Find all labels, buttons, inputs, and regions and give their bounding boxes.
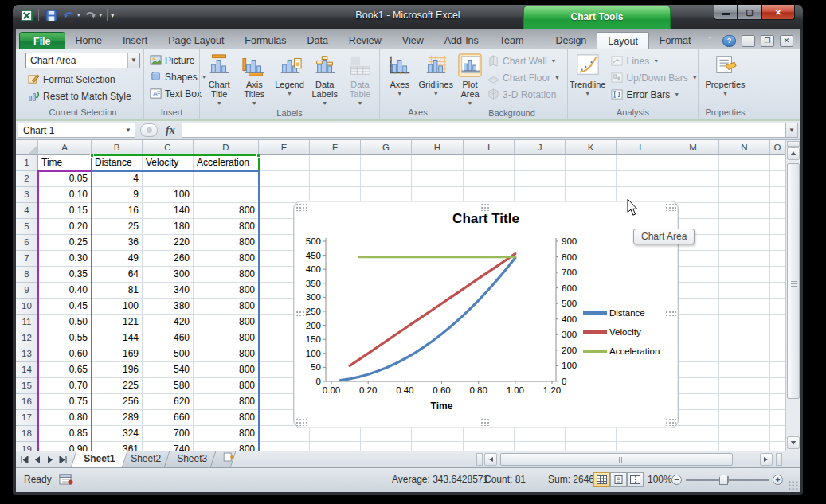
cell[interactable] [617, 171, 667, 187]
cell[interactable] [259, 442, 310, 451]
row-header-19[interactable]: 19 [16, 442, 38, 451]
cell[interactable] [770, 410, 785, 426]
cell[interactable] [770, 378, 785, 394]
column-header-K[interactable]: K [566, 140, 617, 155]
column-header-O[interactable]: O [770, 140, 785, 155]
cell[interactable] [770, 155, 785, 171]
cell[interactable] [259, 155, 310, 171]
cell[interactable] [770, 267, 785, 283]
workbook-close-icon[interactable]: ✕ [780, 35, 793, 47]
cell[interactable] [770, 330, 785, 346]
cell[interactable]: 800 [194, 283, 259, 299]
sheet-tab-sheet1[interactable]: Sheet1 [71, 451, 128, 467]
cell[interactable]: 121 [92, 315, 143, 330]
cell[interactable] [770, 426, 785, 442]
cell[interactable] [515, 155, 566, 171]
cell[interactable] [310, 171, 361, 187]
column-header-E[interactable]: E [259, 140, 310, 155]
cell[interactable]: 800 [194, 235, 259, 251]
cell[interactable] [719, 283, 770, 299]
cell[interactable] [566, 442, 617, 451]
cell[interactable]: 0.15 [38, 203, 92, 219]
chart-object[interactable]: Chart Title 0501001502002503003504004505… [293, 201, 679, 428]
chart-x-axis-title[interactable]: Time [331, 400, 552, 412]
row-header-14[interactable]: 14 [16, 362, 38, 378]
cell[interactable] [361, 155, 412, 171]
cell[interactable] [361, 171, 412, 187]
cell[interactable] [667, 155, 719, 171]
close-button[interactable]: ✕ [761, 5, 795, 20]
cell[interactable]: 0.30 [38, 251, 92, 267]
column-header-B[interactable]: B [92, 140, 143, 155]
row-header-9[interactable]: 9 [16, 283, 38, 299]
reset-to-match-style-button[interactable]: Reset to Match Style [25, 88, 140, 104]
cell[interactable] [515, 442, 566, 451]
cell[interactable]: 196 [92, 362, 143, 378]
cell[interactable]: 260 [143, 251, 194, 267]
cell[interactable]: 140 [143, 203, 194, 219]
cell[interactable] [719, 362, 770, 378]
cell[interactable] [412, 442, 464, 451]
first-sheet-icon[interactable] [19, 454, 30, 465]
scroll-up-icon[interactable] [787, 147, 800, 160]
cell[interactable]: 620 [143, 394, 194, 410]
cell[interactable] [719, 267, 770, 283]
tab-file[interactable]: File [19, 32, 65, 49]
name-box[interactable]: Chart 1 ▼ [18, 123, 135, 138]
row-header-8[interactable]: 8 [16, 267, 38, 283]
zoom-slider[interactable]: − + [671, 473, 783, 487]
row-header-11[interactable]: 11 [16, 315, 38, 330]
tab-home[interactable]: Home [65, 32, 112, 49]
cell[interactable] [617, 442, 667, 451]
zoom-in-icon[interactable]: + [773, 475, 783, 485]
cell[interactable] [310, 155, 361, 171]
cell[interactable] [770, 203, 785, 219]
cell[interactable]: 0.25 [38, 235, 92, 251]
cell[interactable]: 800 [194, 203, 259, 219]
scroll-right-icon[interactable] [760, 453, 773, 466]
cell[interactable] [566, 171, 617, 187]
cell[interactable]: 800 [194, 426, 259, 442]
cell[interactable] [143, 171, 194, 187]
row-header-18[interactable]: 18 [16, 426, 38, 442]
cell[interactable] [310, 442, 361, 451]
cell[interactable]: 0.55 [38, 330, 92, 346]
cell[interactable] [770, 187, 785, 203]
cell[interactable]: 800 [194, 219, 259, 235]
tab-page-layout[interactable]: Page Layout [158, 32, 234, 49]
cell[interactable]: 0.75 [38, 394, 92, 410]
macro-record-icon[interactable] [59, 474, 73, 485]
cell[interactable]: 800 [194, 394, 259, 410]
normal-view-icon[interactable] [593, 472, 610, 487]
cell[interactable]: 0.35 [38, 267, 92, 283]
text-box-button[interactable]: AText Box [147, 86, 196, 101]
cell[interactable]: 0.70 [38, 378, 92, 394]
cell[interactable]: 0.80 [38, 410, 92, 426]
vertical-scroll-thumb[interactable] [787, 163, 800, 399]
cell[interactable]: 36 [92, 235, 143, 251]
select-all-corner[interactable] [16, 140, 38, 155]
page-break-view-icon[interactable] [627, 472, 644, 487]
legend-item-acceleration[interactable]: Acceleration [583, 342, 660, 361]
maximize-button[interactable]: ▢ [738, 5, 761, 20]
column-header-I[interactable]: I [464, 140, 515, 155]
cell[interactable] [464, 155, 515, 171]
cell[interactable] [770, 394, 785, 410]
chart-elements-selector[interactable]: Chart Area ▼ [25, 53, 140, 68]
workbook-restore-icon[interactable]: ❐ [761, 35, 774, 47]
cell[interactable]: 64 [92, 267, 143, 283]
title-bar[interactable]: ▾ ▾ ▾ Book1 - Microsoft Excel Chart Tool… [13, 5, 803, 29]
chart-legend[interactable]: DistanceVelocityAcceleration [583, 303, 660, 361]
cell[interactable]: 800 [194, 315, 259, 330]
horizontal-split-handle-right[interactable] [776, 453, 782, 466]
cell[interactable]: 540 [143, 362, 194, 378]
cell[interactable]: 0.45 [38, 299, 92, 315]
row-header-7[interactable]: 7 [16, 251, 38, 267]
cell[interactable]: 4 [92, 171, 143, 187]
cell[interactable] [770, 299, 785, 315]
cell[interactable]: 340 [143, 283, 194, 299]
column-header-F[interactable]: F [310, 140, 361, 155]
column-header-A[interactable]: A [38, 140, 92, 155]
column-header-C[interactable]: C [143, 140, 194, 155]
column-header-M[interactable]: M [667, 140, 719, 155]
